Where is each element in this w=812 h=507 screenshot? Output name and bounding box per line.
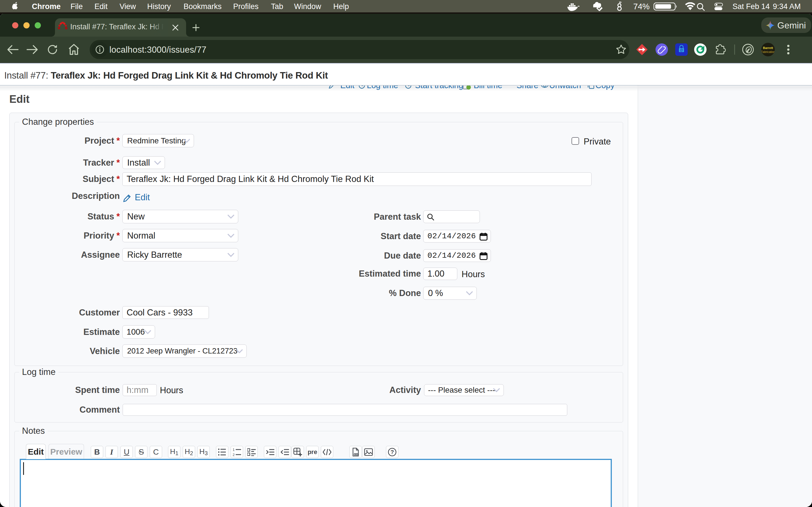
svg-text:@: @ bbox=[680, 48, 683, 52]
svg-text:2: 2 bbox=[233, 453, 235, 456]
svg-text:Barrett: Barrett bbox=[763, 46, 773, 50]
svg-text:?: ? bbox=[391, 449, 394, 455]
svg-text:1: 1 bbox=[233, 448, 235, 452]
svg-text:Fabrication: Fabrication bbox=[761, 50, 775, 54]
